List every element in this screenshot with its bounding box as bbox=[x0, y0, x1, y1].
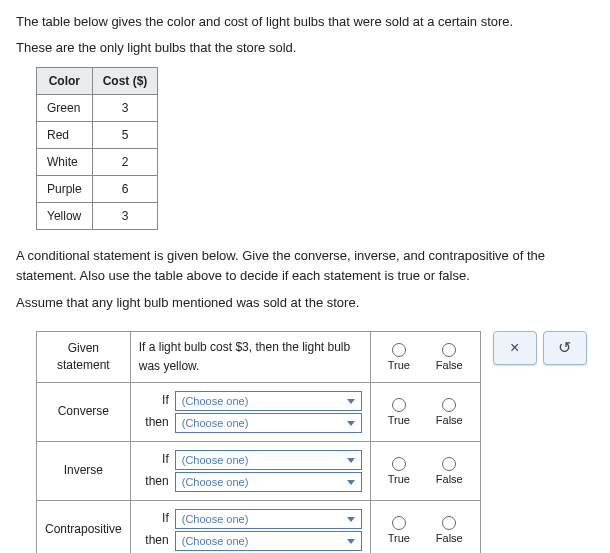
inverse-if-dropdown[interactable]: (Choose one) bbox=[175, 450, 362, 470]
row-inverse: Inverse If (Choose one) then (Choose one… bbox=[37, 441, 481, 500]
true-label: True bbox=[388, 473, 410, 485]
then-keyword: then bbox=[139, 413, 169, 432]
table-row: Purple 6 bbox=[37, 176, 158, 203]
label-converse: Converse bbox=[37, 382, 131, 441]
false-label: False bbox=[436, 414, 463, 426]
then-keyword: then bbox=[139, 472, 169, 491]
label-contrapositive: Contrapositive bbox=[37, 500, 131, 553]
clear-button[interactable]: × bbox=[493, 331, 537, 365]
converse-then-dropdown[interactable]: (Choose one) bbox=[175, 413, 362, 433]
question-prompt: A conditional statement is given below. … bbox=[16, 246, 594, 285]
inverse-false-radio[interactable] bbox=[442, 457, 456, 471]
inverse-true-radio[interactable] bbox=[392, 457, 406, 471]
question-assume: Assume that any light bulb mentioned was… bbox=[16, 293, 594, 313]
cost-table-header-cost: Cost ($) bbox=[92, 68, 158, 95]
contrapositive-if-dropdown[interactable]: (Choose one) bbox=[175, 509, 362, 529]
if-keyword: If bbox=[139, 450, 169, 469]
if-keyword: If bbox=[139, 509, 169, 528]
x-icon: × bbox=[510, 339, 519, 357]
intro-line-2: These are the only light bulbs that the … bbox=[16, 38, 594, 58]
table-row: Yellow 3 bbox=[37, 203, 158, 230]
given-false-radio[interactable] bbox=[442, 343, 456, 357]
converse-false-radio[interactable] bbox=[442, 398, 456, 412]
then-keyword: then bbox=[139, 531, 169, 550]
row-converse: Converse If (Choose one) then (Choose on… bbox=[37, 382, 481, 441]
given-true-radio[interactable] bbox=[392, 343, 406, 357]
reset-icon: ↺ bbox=[558, 338, 571, 357]
table-row: Red 5 bbox=[37, 122, 158, 149]
toolbar: × ↺ bbox=[493, 331, 587, 365]
label-inverse: Inverse bbox=[37, 441, 131, 500]
true-label: True bbox=[388, 414, 410, 426]
inverse-then-dropdown[interactable]: (Choose one) bbox=[175, 472, 362, 492]
cost-table-header-color: Color bbox=[37, 68, 93, 95]
table-row: White 2 bbox=[37, 149, 158, 176]
reset-button[interactable]: ↺ bbox=[543, 331, 587, 365]
intro-text: The table below gives the color and cost… bbox=[16, 12, 594, 57]
converse-if-dropdown[interactable]: (Choose one) bbox=[175, 391, 362, 411]
contrapositive-false-radio[interactable] bbox=[442, 516, 456, 530]
intro-line-1: The table below gives the color and cost… bbox=[16, 12, 594, 32]
row-given: Given statement If a light bulb cost $3,… bbox=[37, 331, 481, 382]
true-label: True bbox=[388, 532, 410, 544]
contrapositive-then-dropdown[interactable]: (Choose one) bbox=[175, 531, 362, 551]
cost-table: Color Cost ($) Green 3 Red 5 White 2 Pur… bbox=[36, 67, 158, 230]
if-keyword: If bbox=[139, 391, 169, 410]
label-given: Given statement bbox=[37, 331, 131, 382]
false-label: False bbox=[436, 473, 463, 485]
given-statement-text: If a light bulb cost $3, then the light … bbox=[139, 340, 350, 373]
contrapositive-true-radio[interactable] bbox=[392, 516, 406, 530]
false-label: False bbox=[436, 532, 463, 544]
true-label: True bbox=[388, 359, 410, 371]
statement-table: Given statement If a light bulb cost $3,… bbox=[36, 331, 481, 554]
converse-true-radio[interactable] bbox=[392, 398, 406, 412]
table-row: Green 3 bbox=[37, 95, 158, 122]
question-text: A conditional statement is given below. … bbox=[16, 246, 594, 313]
row-contrapositive: Contrapositive If (Choose one) then (Cho… bbox=[37, 500, 481, 553]
false-label: False bbox=[436, 359, 463, 371]
